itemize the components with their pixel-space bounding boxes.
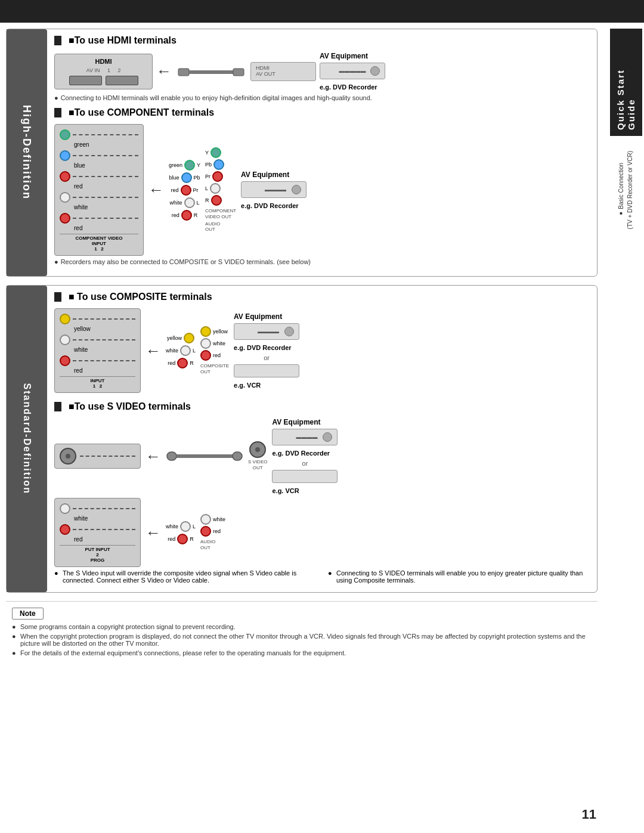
svideo-note-right-text: Connecting to S VIDEO terminals will ena… [328,569,590,584]
svideo-audio-center: white L red R [166,521,196,544]
comp-center-rd: red R [168,358,194,368]
comp-input-label2: INPUT1 2 [60,376,135,389]
svideo-source-inner [255,447,260,452]
sv-center-rd: red R [168,534,194,544]
hdmi-section-title: ■To use HDMI terminals [54,35,590,46]
note-label: Note [12,608,44,620]
hdmi-note: Connecting to HDMI terminals will enable… [54,94,590,101]
hd-label-text: High-Definition [21,106,33,200]
component-title-text: ■To use COMPONENT terminals [69,107,214,118]
sv-src-rd-c [200,526,211,537]
comp-l-label: L [197,200,200,206]
comp-av-green-c [210,147,221,158]
comp-center-wh-label: white [166,348,178,354]
component-arrow: ← [148,181,164,199]
hdmi-av-equipment-title: AV Equipment [320,52,385,60]
basic-connection-label: ● Basic Connection(TV + DVD Recorder or … [614,148,639,232]
hdmi-dvd-box: ▬▬▬▬▬ [320,63,385,79]
composite-arrow: ← [145,342,161,360]
comp-av-yel2-label: yellow [213,329,228,335]
svideo-notes: The S Video input will override the comp… [54,569,590,586]
comp-center-blue: blue Pb [169,172,200,183]
svideo-out-label: S VIDEOOUT [248,459,267,470]
comp-video-out-label: COMPONENTVIDEO OUT [205,208,236,219]
svideo-section-title: ■To use S VIDEO terminals [54,401,590,412]
sv-src-rd-label: red [213,528,221,534]
comp-pr-label: Pr [193,187,199,193]
spacer-1 [54,393,590,401]
sv-audio-wh-label: white [60,515,135,522]
component-note: Recorders may also be connected to COMPO… [54,258,590,265]
sv-center-rd-label: red [168,536,175,542]
comp-c-red2 [181,210,192,221]
comp-av-equipment-title: AV Equipment [241,171,306,179]
standard-definition-section: Standard-Definition ■ To use COMPOSITE t… [6,285,597,593]
svideo-source-connector: S VIDEOOUT [248,441,267,470]
sd-section-content: ■ To use COMPOSITE terminals yellow [47,286,597,592]
comp-av-right: AV Equipment ▬▬▬▬ e.g. DVD Recorder [241,171,306,209]
svideo-note-right: Connecting to S VIDEO terminals will ena… [328,569,590,586]
basic-connection-text: ● Basic Connection(TV + DVD Recorder or … [618,151,633,229]
comp-av-green: Y [205,147,236,158]
comp-center-white-label: white [170,200,182,206]
sv-audio-rd-label: red [60,536,135,543]
comp-av-blue-c [213,159,224,170]
sv-r-label: R [190,536,194,542]
comp-av-rd2: red [200,350,229,361]
main-content: High-Definition ■To use HDMI terminals H… [0,23,608,671]
comp-rd-row [60,355,135,366]
svideo-connector [60,448,76,465]
hdmi-connectors [60,76,147,85]
comp-center-blue-label: blue [169,175,179,181]
sv-center-wh-label: white [166,524,178,529]
comp-av-pr-label: Pr [205,174,210,179]
comp-av-y-label: Y [205,150,209,156]
comp-audio-out-label: AUDIOOUT [205,221,236,233]
sv-center-wh: white L [166,521,196,532]
sv-audio-rd-c [60,524,70,535]
svg-rect-3 [167,452,177,460]
hdmi-diagram: HDMI AV IN 1 2 ← [54,52,590,91]
svideo-audio-diagram: white red PUT INPUT2PROG ← white [54,498,590,567]
comp-equipment-name: e.g. DVD Recorder [241,202,306,209]
bottom-notes: Note Some programs contain a copyright p… [6,601,597,665]
comp-rd [60,355,70,366]
component-section-title: ■To use COMPONENT terminals [54,107,590,118]
composite-vcr-name: e.g. VCR [234,382,299,389]
svideo-inner [66,454,70,459]
comp-center-yel-label: yellow [167,335,182,341]
hdmi-connector-1 [69,76,102,85]
comp-blue-row [60,150,138,161]
comp-av-r-label: R [205,197,209,203]
comp-red2-row [60,213,138,224]
hdmi-source-box: HDMIAV OUT [250,62,316,81]
composite-dvd-slots: ▬▬▬▬ [254,329,279,335]
quick-start-label: Quick Start Guide [610,29,642,136]
comp-wh-row [60,335,135,345]
svideo-av-right-top: AV Equipment ▬▬▬▬ e.g. DVD Recorder or e… [272,418,338,494]
sv-src-wh-label: white [213,516,225,522]
comp-tv-red2 [60,213,70,224]
composite-dvd-box: ▬▬▬▬ [234,323,299,340]
comp-red2-label: red [60,225,138,231]
comp-av-rd2-c [200,350,211,361]
comp-tv-white [60,192,70,203]
comp-ctr-wh [180,345,191,356]
svideo-audio-source: white red AUDIOOUT [200,514,225,550]
hdmi-cable-svg [175,63,247,80]
svideo-av-title: AV Equipment [272,418,338,426]
comp-wh-label: white [60,346,135,353]
comp-dvd-slots: ▬▬▬▬ [261,187,286,193]
hdmi-av-right: AV Equipment ▬▬▬▬▬ e.g. DVD Recorder [320,52,385,91]
composite-center: yellow white L red R [166,333,196,368]
svg-rect-0 [178,69,189,76]
comp-green-label: green [60,141,138,148]
comp-av-panel: Y Pb Pr [205,147,236,232]
comp-red-label: red [60,183,138,190]
bottom-note-3: For the details of the external equipmen… [12,649,587,657]
comp-center-red2: red R [172,210,198,221]
comp-center-white: white L [170,197,200,208]
svg-rect-2 [233,69,244,76]
svideo-cable-svg [166,447,243,465]
sv-l-label: L [193,524,196,529]
